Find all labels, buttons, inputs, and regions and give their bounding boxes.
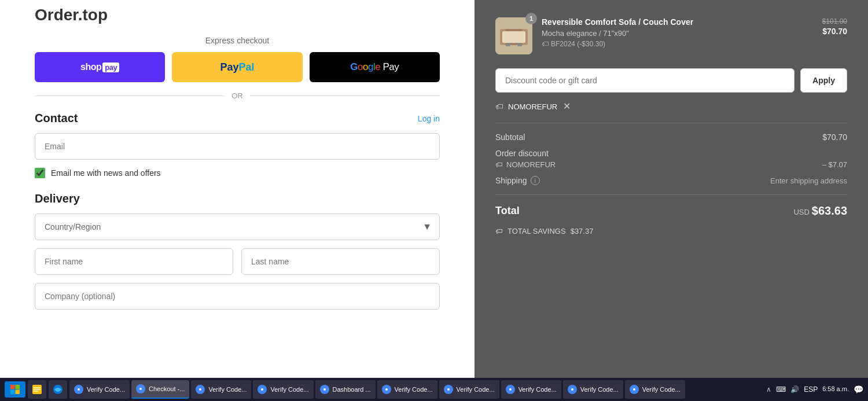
taskbar-chrome-icon-9 [630, 385, 639, 394]
company-field[interactable] [35, 283, 440, 310]
shipping-info-icon[interactable]: i [531, 176, 540, 185]
svg-rect-14 [34, 391, 38, 392]
taskbar-items-list: Verify Code... Checkout -... Verify Code… [69, 380, 762, 399]
taskbar-item-5[interactable]: Verify Code... [377, 380, 437, 399]
taskbar-clock: 6:58 a.m. [822, 385, 849, 393]
total-currency: USD [793, 208, 809, 216]
paypal-button[interactable]: PayPal [172, 52, 302, 82]
country-select-wrapper: Country/Region United States Mexico Cana… [35, 214, 440, 240]
taskbar-right: ∧ ⌨ 🔊 ESP 6:58 a.m. 💬 [762, 385, 863, 394]
svg-rect-8 [16, 385, 20, 389]
savings-value: $37.37 [571, 227, 594, 236]
or-divider: OR [35, 91, 440, 100]
svg-point-17 [78, 388, 80, 391]
taskbar-system-icons: ∧ [766, 385, 771, 393]
taskbar-item-2[interactable]: Verify Code... [191, 380, 251, 399]
savings-label: TOTAL SAVINGS [507, 227, 566, 236]
windows-start-button[interactable] [5, 381, 25, 398]
taskbar-chrome-icon-5 [382, 385, 391, 394]
newsletter-checkbox[interactable] [35, 168, 45, 178]
subtotal-value: $70.70 [822, 133, 847, 142]
discount-row: Apply [495, 68, 847, 93]
svg-point-25 [323, 388, 326, 391]
shop-pay-button[interactable]: shoppay [35, 52, 165, 82]
svg-point-21 [199, 388, 201, 391]
delivery-section-title: Delivery [35, 192, 80, 205]
svg-point-29 [447, 388, 450, 391]
remove-code-button[interactable]: ✕ [563, 102, 571, 111]
taskbar-chrome-icon-6 [444, 385, 453, 394]
order-discount-code-row: 🏷 NOMOREFUR – $7.07 [495, 160, 847, 169]
applied-code-row: 🏷 NOMOREFUR ✕ [495, 102, 847, 111]
last-name-field[interactable] [241, 248, 440, 275]
country-select[interactable]: Country/Region United States Mexico Cana… [35, 214, 440, 240]
file-manager-icon [32, 385, 42, 394]
order-discount-label: Order discount [495, 149, 847, 158]
left-panel: Order.top Express checkout shoppay PayPa… [0, 0, 475, 401]
order-discount-section: Order discount 🏷 NOMOREFUR – $7.07 [495, 149, 847, 169]
svg-rect-12 [34, 387, 41, 388]
login-link[interactable]: Log in [418, 114, 440, 123]
gpay-button[interactable]: Google Pay [310, 52, 440, 82]
svg-rect-9 [10, 390, 15, 395]
total-amount: $63.63 [812, 204, 847, 218]
product-thumbnail-icon [495, 17, 532, 54]
taskbar-chrome-icon-2 [196, 385, 205, 394]
svg-rect-10 [16, 390, 20, 395]
right-panel: 1 Reversible Comfort Sofa / Couch Cover … [475, 0, 868, 401]
savings-tag-icon: 🏷 [495, 227, 503, 236]
svg-point-27 [385, 388, 388, 391]
taskbar-item-6[interactable]: Verify Code... [439, 380, 499, 399]
taskbar-item-0[interactable]: Verify Code... [69, 380, 130, 399]
taskbar-volume-icon: 🔊 [790, 385, 799, 393]
newsletter-label: Email me with news and offers [51, 168, 161, 178]
contact-header: Contact Log in [35, 112, 440, 125]
shipping-label: Shipping i [495, 176, 540, 185]
express-checkout-label: Express checkout [35, 36, 440, 45]
taskbar-chrome-icon-0 [74, 385, 83, 394]
name-row [35, 248, 440, 275]
applied-code-text: NOMOREFUR [508, 102, 557, 111]
taskbar-item-7[interactable]: Verify Code... [501, 380, 561, 399]
subtotal-row: Subtotal $70.70 [495, 133, 847, 142]
order-discount-code: NOMOREFUR [506, 160, 556, 169]
taskbar-item-3[interactable]: Verify Code... [253, 380, 313, 399]
product-price-col: $101.00 $70.70 [822, 17, 847, 36]
svg-rect-6 [517, 43, 522, 46]
taskbar: Verify Code... Checkout -... Verify Code… [0, 378, 868, 401]
email-field[interactable] [35, 133, 440, 160]
taskbar-item-1[interactable]: Checkout -... [131, 380, 189, 399]
browser-icon [53, 385, 62, 394]
svg-point-31 [509, 388, 512, 391]
taskbar-item-edge[interactable] [49, 380, 67, 399]
svg-rect-4 [502, 31, 525, 43]
taskbar-chrome-icon-1 [136, 384, 145, 393]
svg-rect-13 [34, 389, 41, 390]
product-info: Reversible Comfort Sofa / Couch Cover Mo… [542, 17, 813, 48]
total-divider [495, 194, 847, 195]
windows-logo-icon [10, 384, 20, 395]
price-original: $101.00 [822, 17, 847, 25]
price-current: $70.70 [822, 27, 847, 36]
delivery-header: Delivery [35, 192, 440, 205]
apply-discount-button[interactable]: Apply [800, 68, 847, 93]
svg-point-23 [261, 388, 263, 391]
summary-divider [495, 123, 847, 123]
discount-tag-icon: 🏷 [495, 160, 503, 169]
order-discount-value: – $7.07 [822, 160, 847, 169]
taskbar-item-9[interactable]: Verify Code... [625, 380, 685, 399]
taskbar-notification-icon[interactable]: 💬 [854, 385, 863, 394]
newsletter-row: Email me with news and offers [35, 168, 440, 178]
taskbar-item-files[interactable] [28, 380, 46, 399]
total-label: Total [495, 205, 520, 217]
taskbar-keyboard-icon: ⌨ [776, 385, 786, 393]
taskbar-chrome-icon-3 [258, 385, 267, 394]
first-name-field[interactable] [35, 248, 233, 275]
taskbar-item-8[interactable]: Verify Code... [563, 380, 623, 399]
total-value: USD $63.63 [793, 204, 847, 218]
applied-tag-icon: 🏷 [495, 102, 503, 111]
svg-rect-7 [10, 385, 15, 389]
discount-code-input[interactable] [495, 68, 795, 93]
taskbar-item-4[interactable]: Dashboard ... [315, 380, 376, 399]
subtotal-label: Subtotal [495, 133, 525, 142]
